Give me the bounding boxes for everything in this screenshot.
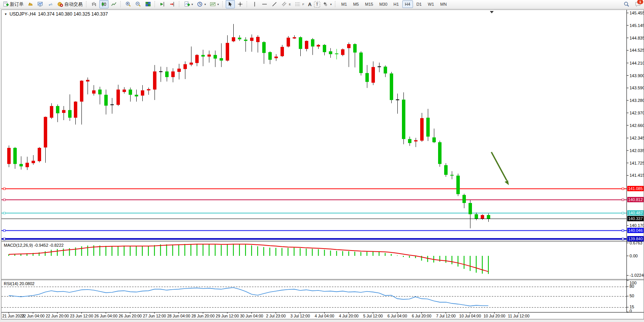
arrow-annotation[interactable] [491, 152, 509, 185]
time-axis[interactable]: 21 Jun 202322 Jun 04:0022 Jun 20:0023 Ju… [2, 312, 529, 318]
price-tag-label: 141.085 [628, 186, 643, 191]
search-icon[interactable] [623, 1, 630, 7]
price-tag-label: 140.487 [628, 211, 643, 215]
price-tick-label: 144.210 [630, 61, 644, 65]
signals-button[interactable] [46, 0, 55, 8]
time-tick-label: 26 Jun 20:00 [119, 314, 142, 318]
cursor-button[interactable] [226, 0, 235, 8]
crosshair-button[interactable] [236, 0, 245, 8]
bar-chart-button[interactable] [89, 0, 99, 8]
monitor-chart-icon [37, 1, 43, 7]
line-handle[interactable] [622, 230, 624, 232]
terminal-button[interactable] [36, 0, 45, 8]
price-tag-label: 139.840 [628, 236, 643, 241]
rsi-axis-label: 50 [630, 293, 634, 298]
macd-signal-line [9, 244, 488, 271]
dropdown-arrow-icon[interactable]: ▾ [204, 3, 206, 6]
label-tool-glyph: T [316, 2, 319, 6]
toolbar-separator [155, 1, 156, 7]
line-handle[interactable] [3, 199, 5, 201]
macd-indicator: MACD(12,26,9) -0.9452 -0.8222 [4, 243, 488, 274]
zoom-out-button[interactable] [134, 0, 143, 8]
chart-canvas[interactable]: MACD(12,26,9) -0.9452 -0.8222RSI(14) 20.… [2, 10, 644, 319]
toolbar-separator [247, 1, 249, 7]
notification-badge[interactable]: 1 [637, 0, 643, 4]
price-tick-label: 143.590 [630, 86, 644, 90]
chart-ohlc-values: 140.374 140.380 140.325 140.337 [38, 11, 108, 17]
new-order-button[interactable]: 新订单 [1, 0, 25, 8]
gold-icon [27, 1, 33, 7]
trendline-button[interactable] [270, 0, 279, 8]
auto-scroll-button[interactable] [168, 0, 177, 8]
vertical-line-icon [252, 1, 258, 7]
price-axis[interactable]: 145.455145.145144.835144.525144.210143.9… [627, 10, 644, 313]
chevron-down-icon[interactable]: ▼ [4, 13, 7, 16]
time-tick-label: 29 Jun 12:00 [216, 314, 239, 318]
vertical-line-button[interactable] [250, 0, 259, 8]
timeframe-button-m30[interactable]: M30 [376, 0, 390, 8]
zoom-out-icon [135, 1, 141, 7]
line-handle[interactable] [3, 188, 5, 190]
line-handle[interactable] [3, 212, 5, 214]
chart-area[interactable]: MACD(12,26,9) -0.9452 -0.8222RSI(14) 20.… [1, 10, 644, 319]
chart-title: ▼ USDJPY-,H4 140.374 140.380 140.325 140… [4, 11, 108, 17]
timeframe-button-h1[interactable]: H1 [391, 0, 402, 8]
trendline-icon [271, 1, 277, 7]
dropdown-arrow-icon[interactable]: ▾ [191, 3, 193, 6]
chart-shift-button[interactable] [158, 0, 167, 8]
time-tick-label: 5 Jul 12:00 [363, 314, 383, 318]
arrows-button[interactable]: ▾ [321, 0, 333, 8]
timeframe-button-w1[interactable]: W1 [425, 0, 437, 8]
cursor-icon [227, 1, 233, 7]
channel-button[interactable]: E [280, 0, 292, 8]
toolbar-separator [179, 1, 181, 7]
time-tick-label: 7 Jul 12:00 [436, 314, 456, 318]
price-tag-label: 140.046 [628, 228, 643, 233]
timeframe-group: M1M5M15M30H1H4D1W1MN [338, 0, 450, 8]
new-order-icon [3, 1, 9, 7]
chart-shift-marker[interactable] [490, 11, 494, 13]
line-handle[interactable] [622, 238, 624, 240]
candlestick-series [7, 24, 490, 228]
horizontal-line-button[interactable] [260, 0, 269, 8]
tile-windows-button[interactable] [143, 0, 153, 8]
rsi-label: RSI(14) 20.0802 [4, 281, 35, 286]
text-label-button[interactable]: T [314, 1, 320, 8]
horizontal-lines[interactable] [2, 188, 626, 240]
fibonacci-button[interactable]: F [293, 0, 306, 8]
line-handle[interactable] [622, 199, 624, 201]
periods-button[interactable]: ▾ [195, 0, 207, 8]
line-handle[interactable] [622, 212, 624, 214]
timeframe-button-h4[interactable]: H4 [402, 0, 413, 8]
time-tick-label: 6 Jul 20:00 [412, 314, 432, 318]
text-button[interactable]: A [306, 0, 313, 8]
candlestick-chart-button[interactable] [99, 0, 108, 8]
arrows-icon [322, 1, 328, 7]
templates-button[interactable]: ▾ [208, 0, 220, 8]
timeframe-button-mn[interactable]: MN [437, 0, 449, 8]
dropdown-arrow-icon[interactable]: ▾ [217, 3, 219, 6]
price-tick-label: 145.455 [630, 11, 644, 15]
timeframe-button-m15[interactable]: M15 [362, 0, 376, 8]
price-tick-label: 144.835 [630, 36, 644, 40]
autotrading-button[interactable]: 自动交易 [56, 0, 84, 8]
rsi-levels [2, 287, 626, 308]
price-tags: 141.085140.812140.487140.046139.840140.3… [627, 186, 644, 241]
zoom-in-button[interactable] [124, 0, 133, 8]
timeframe-button-d1[interactable]: D1 [414, 0, 424, 8]
time-tick-label: 28 Jun 04:00 [167, 314, 190, 318]
line-handle[interactable] [3, 230, 5, 232]
chat-button[interactable]: 1 [635, 1, 641, 7]
market-watch-button[interactable] [26, 0, 35, 8]
timeframe-button-m5[interactable]: M5 [351, 0, 362, 8]
line-handle[interactable] [622, 188, 624, 190]
indicators-button[interactable]: ▾ [182, 0, 194, 8]
line-chart-button[interactable] [109, 0, 118, 8]
timeframe-button-m1[interactable]: M1 [338, 0, 349, 8]
fibonacci-icon [295, 1, 301, 7]
dropdown-arrow-icon[interactable]: ▾ [330, 3, 332, 6]
price-tag-label: 140.812 [628, 197, 643, 202]
auto-scroll-icon [169, 1, 175, 7]
line-handle[interactable] [3, 238, 5, 240]
new-order-label: 新订单 [10, 1, 24, 8]
